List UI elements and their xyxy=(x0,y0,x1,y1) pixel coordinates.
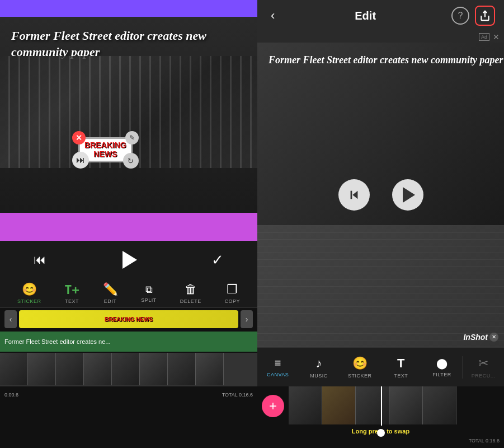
edit-icon: ✏️ xyxy=(103,282,118,297)
sticker-handle-left[interactable]: ‹ xyxy=(4,310,17,328)
timeline-cursor-dot xyxy=(377,429,385,437)
filter-icon: ⬤ xyxy=(436,357,448,370)
timeline-time-total: TOTAL 0:16.6 xyxy=(222,392,253,398)
prev-button-right[interactable] xyxy=(338,179,370,211)
timeline-cursor xyxy=(381,386,382,426)
play-button-right[interactable] xyxy=(392,179,423,211)
filmstrip-frame xyxy=(84,353,112,385)
help-button[interactable]: ? xyxy=(451,7,469,25)
playback-controls-left: ⏮ ✓ xyxy=(0,241,257,279)
video-text-left: Former Fleet Street editor creates new c… xyxy=(11,28,257,60)
breaking-news-sticker-text: BREAKINGNEWS xyxy=(84,141,126,158)
sticker-delete-btn[interactable]: ✕ xyxy=(72,131,86,144)
filter-label: FILTER xyxy=(432,372,451,377)
ad-close-button[interactable]: ✕ xyxy=(493,32,500,41)
toolbar-cut[interactable]: ✂ PRECU... xyxy=(463,356,504,379)
delete-label: DELETE xyxy=(180,298,201,304)
toolbar-canvas[interactable]: ≡ CANVAS xyxy=(257,357,298,377)
toolbar-text[interactable]: T TEXT xyxy=(380,356,421,379)
sticker-label: STICKER xyxy=(17,298,41,304)
video-top-bar xyxy=(0,0,257,17)
video-frame-right: Former Fleet Street editor creates new c… xyxy=(257,43,504,347)
cut-label: PRECU... xyxy=(472,373,496,379)
text-label: TEXT xyxy=(65,298,79,304)
back-button[interactable]: ‹ xyxy=(266,6,279,25)
inshot-close-button[interactable]: ✕ xyxy=(489,333,498,342)
tool-sticker[interactable]: 😊 STICKER xyxy=(17,282,41,304)
sticker-handle-right[interactable]: › xyxy=(241,310,253,328)
tool-text[interactable]: T+ TEXT xyxy=(64,283,79,304)
sticker-icon-right: 😊 xyxy=(352,356,368,371)
text-clip-label: Former Fleet Street editor creates ne... xyxy=(4,338,111,345)
canvas-icon: ≡ xyxy=(275,357,281,370)
svg-marker-1 xyxy=(352,191,357,199)
video-preview-left: Former Fleet Street editor creates new c… xyxy=(0,0,257,241)
timeline-time-start: 0:00.6 xyxy=(4,392,18,398)
bottom-strip-right: + Long press to swap TOTAL 0:16.6 xyxy=(257,386,504,448)
left-panel: Former Fleet Street editor creates new c… xyxy=(0,0,257,448)
text-label-right: TEXT xyxy=(394,373,408,379)
cut-icon: ✂ xyxy=(478,356,488,371)
inshot-watermark: InShot ✕ xyxy=(463,333,498,342)
ad-banner: Ad ✕ xyxy=(257,31,504,43)
video-content-left: Former Fleet Street editor creates new c… xyxy=(0,17,257,213)
text-clip-row[interactable]: Former Fleet Street editor creates ne... xyxy=(0,332,257,352)
filmstrip-frame xyxy=(168,353,196,385)
toolbar-music[interactable]: ♪ MUSIC xyxy=(298,356,339,379)
tool-copy[interactable]: ❐ COPY xyxy=(225,282,241,304)
video-frame-bottom: InShot ✕ xyxy=(257,225,504,347)
add-media-button[interactable]: + xyxy=(262,395,284,417)
filmstrip-thumb xyxy=(289,386,322,424)
filmstrip-frame xyxy=(112,353,140,385)
sticker-clip[interactable]: BREAKING NEWS xyxy=(19,310,238,328)
sticker-timeline: ‹ BREAKING NEWS › xyxy=(0,308,257,330)
filmstrip-frame xyxy=(0,353,28,385)
toolbar-filter[interactable]: ⬤ FILTER xyxy=(421,357,462,377)
rewind-button-left[interactable]: ⏮ xyxy=(34,253,46,267)
bottom-toolbar-right: ≡ CANVAS ♪ MUSIC 😊 STICKER T TEXT ⬤ FILT… xyxy=(257,347,504,386)
filmstrip-thumb xyxy=(356,386,389,424)
split-icon: ⧉ xyxy=(145,284,153,296)
sticker-icon: 😊 xyxy=(22,282,37,297)
filmstrip-thumb xyxy=(423,386,456,424)
share-icon xyxy=(479,10,491,21)
play-button-left[interactable] xyxy=(116,248,141,272)
header-right: ‹ Edit ? xyxy=(257,0,504,31)
share-button[interactable] xyxy=(475,6,495,26)
breaking-news-sticker[interactable]: ✕ ✎ ⏭ ↻ BREAKINGNEWS xyxy=(78,137,133,162)
toolbar-left: 😊 STICKER T+ TEXT ✏️ EDIT ⧉ SPLIT 🗑 DELE… xyxy=(0,279,257,308)
tool-edit[interactable]: ✏️ EDIT xyxy=(103,282,118,304)
tool-split[interactable]: ⧉ SPLIT xyxy=(141,284,157,303)
video-bottom-bar xyxy=(0,213,257,241)
filmstrip-frame xyxy=(56,353,84,385)
sticker-label-right: STICKER xyxy=(348,373,372,379)
toolbar-sticker[interactable]: 😊 STICKER xyxy=(340,356,380,379)
right-panel: ‹ Edit ? Ad ✕ Former Fleet Street editor… xyxy=(257,0,504,448)
video-preview-right: Former Fleet Street editor creates new c… xyxy=(257,43,504,347)
header-actions: ? xyxy=(451,6,495,26)
confirm-button-left[interactable]: ✓ xyxy=(211,251,224,269)
strip-time-total: TOTAL 0:16.6 xyxy=(469,438,500,444)
canvas-label: CANVAS xyxy=(267,372,289,377)
copy-icon: ❐ xyxy=(227,282,238,297)
inshot-logo: InShot xyxy=(463,333,488,342)
tool-delete[interactable]: 🗑 DELETE xyxy=(180,282,201,304)
sticker-edit-btn[interactable]: ✎ xyxy=(125,131,139,144)
music-label: MUSIC xyxy=(310,373,328,379)
video-text-right: Former Fleet Street editor creates new c… xyxy=(269,54,503,67)
timeline-area: ‹ BREAKING NEWS › Former Fleet Street ed… xyxy=(0,308,257,448)
filmstrip-row-right: + xyxy=(257,386,504,426)
video-frame-top: Former Fleet Street editor creates new c… xyxy=(257,43,504,225)
filmstrip-frame xyxy=(140,353,168,385)
sticker-forward-btn[interactable]: ⏭ xyxy=(72,152,89,169)
video-filmstrip-left xyxy=(0,353,257,386)
edit-label: EDIT xyxy=(104,298,117,304)
text-icon: T+ xyxy=(64,283,79,297)
filmstrip-frame xyxy=(196,353,224,385)
ad-label: Ad xyxy=(479,33,489,41)
prev-icon xyxy=(348,189,360,201)
delete-icon: 🗑 xyxy=(185,282,197,297)
text-icon-right: T xyxy=(397,356,404,371)
filmstrip-thumb xyxy=(322,386,356,424)
sticker-rotate-btn[interactable]: ↻ xyxy=(123,153,139,169)
